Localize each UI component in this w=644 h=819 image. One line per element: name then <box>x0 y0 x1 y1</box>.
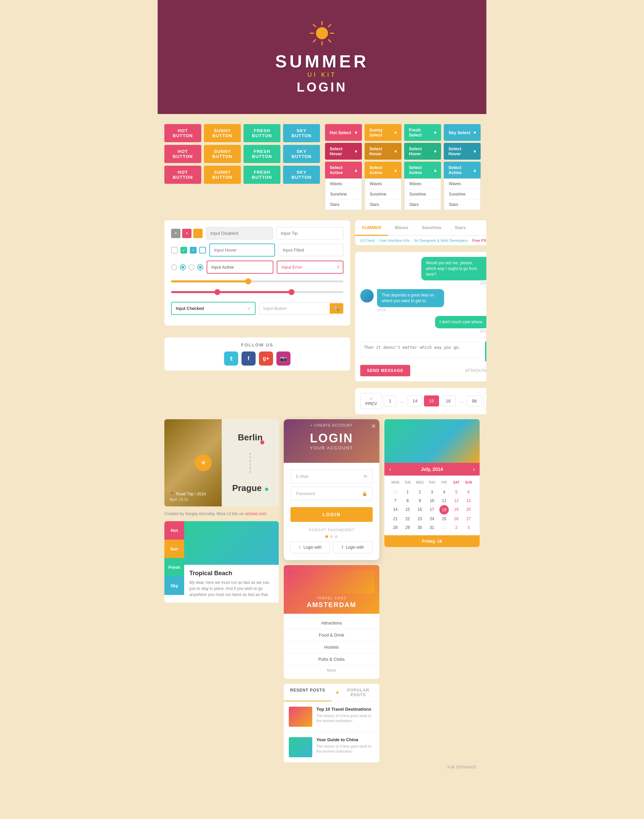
attach-files-button[interactable]: ATTACH FILES + <box>465 366 486 375</box>
hot-button-3[interactable]: HOT BUTTON <box>164 166 201 184</box>
radio-filled-2[interactable] <box>197 264 203 270</box>
cal-day-19[interactable]: 19 <box>450 505 462 514</box>
cal-day-15[interactable]: 15 <box>402 505 414 514</box>
cal-day-26[interactable]: 26 <box>450 514 462 523</box>
forgot-password-link[interactable]: FORGOT PASSWORD? <box>290 528 372 532</box>
cal-day-16[interactable]: 16 <box>414 505 426 514</box>
sunny-select-active[interactable]: Select Active ▴ <box>365 162 402 178</box>
cal-day-18[interactable]: 18 <box>439 505 449 514</box>
tab-waves[interactable]: Waves <box>388 220 415 236</box>
fresh-button-2[interactable]: FRESH BUTTON <box>244 145 281 163</box>
cal-day-24[interactable]: 24 <box>426 514 438 523</box>
cal-day-13[interactable]: 13 <box>463 496 475 505</box>
cal-day-33[interactable]: 2 <box>450 523 462 532</box>
amsterdam-food[interactable]: Food & Drink <box>284 629 379 641</box>
hot-select[interactable]: Hot Select ▾ <box>325 124 362 141</box>
page-btn-15-active[interactable]: 15 <box>424 396 439 406</box>
checkbox-outline-blue[interactable] <box>199 247 206 253</box>
sunny-select[interactable]: Sunny Select ▾ <box>365 124 402 141</box>
fresh-select-active[interactable]: Select Active ▴ <box>404 162 441 178</box>
input-disabled[interactable] <box>206 227 273 239</box>
sky-select[interactable]: Sky Select ▾ <box>444 124 481 141</box>
hot-select-active[interactable]: Select Active ▴ <box>325 162 362 178</box>
password-input[interactable]: Password 🔒 <box>290 487 372 500</box>
cal-day-27[interactable]: 27 <box>463 514 475 523</box>
color-tab-fresh[interactable]: Fresh <box>164 558 184 577</box>
fresh-select[interactable]: Fresh Select ▾ <box>404 124 441 141</box>
blog-tab-popular[interactable]: ★ POPULAR POSTS <box>331 684 379 701</box>
checkbox-checked-blue[interactable]: ✓ <box>190 247 196 253</box>
cal-day-34[interactable]: 3 <box>463 523 475 532</box>
send-message-button[interactable]: SEND MESSAGE <box>360 365 410 376</box>
amsterdam-more[interactable]: More <box>284 666 379 675</box>
sky-button-1[interactable]: SKY BUTTON <box>283 124 320 142</box>
chat-input[interactable] <box>360 341 481 358</box>
blog-tab-recent[interactable]: RESENT POSTS <box>284 684 331 701</box>
fresh-select-hover[interactable]: Select Hover ▾ <box>404 143 441 160</box>
color-tab-sun[interactable]: Sun <box>164 540 184 558</box>
breadcrumb-item-2[interactable]: User Interface Kits <box>379 238 409 242</box>
amsterdam-pubs[interactable]: Pubs & Clubs <box>284 653 379 666</box>
cal-day-28[interactable]: 28 <box>389 523 402 532</box>
gplus-social-icon[interactable]: g+ <box>259 351 273 365</box>
slider-1-thumb[interactable] <box>245 278 251 284</box>
fresh-dropdown-stars[interactable]: Stars <box>405 199 441 210</box>
next-page-button[interactable]: NEXT › <box>483 393 486 409</box>
cal-day-1[interactable]: 1 <box>402 488 414 496</box>
cal-day-31[interactable]: 31 <box>426 523 438 532</box>
cal-day-5[interactable]: 5 <box>450 488 462 496</box>
login-close-button[interactable]: ✕ <box>371 423 376 430</box>
checkbox-checked-green[interactable]: ✓ <box>181 247 187 253</box>
cal-day-12[interactable]: 12 <box>450 496 462 505</box>
checkbox-empty-1[interactable] <box>171 247 178 253</box>
sunny-dropdown-stars[interactable]: Stars <box>365 199 401 210</box>
fresh-dropdown-waves[interactable]: Waves <box>405 179 441 189</box>
radio-empty-1[interactable] <box>171 264 177 270</box>
login-facebook-button[interactable]: f Login with <box>333 541 372 554</box>
cal-day-2[interactable]: 2 <box>414 488 426 496</box>
radio-empty-2[interactable] <box>189 264 195 270</box>
sunny-dropdown-sunshine[interactable]: Sunshine <box>365 189 401 199</box>
breadcrumb-item-1[interactable]: UI Chest <box>360 238 375 242</box>
cal-day-17[interactable]: 17 <box>426 505 438 514</box>
cal-day-21[interactable]: 21 <box>389 514 402 523</box>
input-active[interactable]: Input Active <box>207 261 273 274</box>
tab-sunshine[interactable]: Sunshine <box>415 220 448 236</box>
hot-button-2[interactable]: HOT BUTTON <box>164 145 201 163</box>
login-button[interactable]: LOGIN <box>290 507 372 522</box>
fresh-button-3[interactable]: FRESH BUTTON <box>244 166 281 184</box>
cal-day-7[interactable]: 7 <box>389 496 402 505</box>
sunny-dropdown-waves[interactable]: Waves <box>365 179 401 189</box>
slider-2-thumb-2[interactable] <box>214 289 220 295</box>
page-btn-14[interactable]: 14 <box>408 396 422 406</box>
cal-day-3[interactable]: 3 <box>426 488 438 496</box>
page-btn-1[interactable]: 1 <box>384 396 396 406</box>
login-twitter-button[interactable]: 𝕥 Login with <box>290 541 330 554</box>
sky-select-active[interactable]: Select Active ▴ <box>444 162 481 178</box>
cal-day-32[interactable]: 1 <box>438 523 450 532</box>
hot-dropdown-waves[interactable]: Waves <box>325 179 362 189</box>
sky-select-hover[interactable]: Select Hover ▾ <box>444 143 481 160</box>
page-btn-16[interactable]: 16 <box>441 396 455 406</box>
hot-button-1[interactable]: HOT BUTTON <box>164 124 201 142</box>
swatch-red[interactable]: ✕ <box>182 229 192 238</box>
input-filled[interactable] <box>278 244 343 256</box>
cal-day-25[interactable]: 25 <box>438 514 450 523</box>
search-button-icon[interactable]: 🔍 <box>330 303 343 314</box>
sky-dropdown-stars[interactable]: Stars <box>444 199 480 210</box>
credit-link[interactable]: uichest.com <box>245 511 266 516</box>
hot-dropdown-sunshine[interactable]: Sunshine <box>325 189 362 199</box>
amsterdam-attractions[interactable]: Attractions <box>284 617 379 629</box>
cal-day-23[interactable]: 23 <box>414 514 426 523</box>
sky-button-2[interactable]: SKY BUTTON <box>283 145 320 163</box>
hot-dropdown-stars[interactable]: Stars <box>325 199 362 210</box>
tab-stars[interactable]: Stars <box>448 220 472 236</box>
cal-day-29[interactable]: 29 <box>402 523 414 532</box>
amsterdam-hostels[interactable]: Hostels <box>284 641 379 653</box>
cal-day-0[interactable]: 30 <box>389 488 402 496</box>
cal-day-14[interactable]: 14 <box>389 505 402 514</box>
input-hover[interactable] <box>209 244 275 256</box>
input-tip[interactable] <box>276 227 343 239</box>
fresh-button-1[interactable]: FRESH BUTTON <box>244 124 281 142</box>
twitter-social-icon[interactable]: 𝕥 <box>224 351 238 365</box>
